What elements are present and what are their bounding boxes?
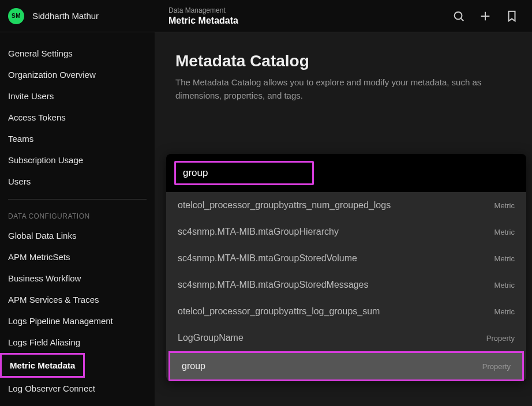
sidebar-item[interactable]: Global Data Links [0, 225, 84, 246]
topbar-user-section: SM Siddharth Mathur [0, 8, 162, 24]
result-name: group [182, 361, 205, 371]
search-panel: otelcol_processor_groupbyattrs_num_group… [166, 154, 526, 381]
top-bar: SM Siddharth Mathur Data Management Metr… [0, 0, 532, 32]
sidebar-item[interactable]: Subscription Usage [0, 149, 91, 171]
result-name: otelcol_processor_groupbyattrs_num_group… [178, 200, 391, 210]
result-type: Metric [494, 281, 515, 290]
result-name: sc4snmp.MTA-MIB.mtaGroupHierarchy [178, 227, 339, 237]
plus-icon[interactable] [479, 10, 492, 22]
search-result-row[interactable]: sc4snmp.MTA-MIB.mtaGroupHierarchyMetric [166, 219, 526, 245]
result-type: Metric [494, 228, 515, 236]
search-input-wrap [166, 154, 526, 192]
result-type: Property [486, 334, 515, 343]
search-result-row[interactable]: sc4snmp.MTA-MIB.mtaGroupStoredMessagesMe… [166, 272, 526, 298]
search-result-row[interactable]: otelcol_processor_groupbyattrs_log_group… [166, 298, 526, 325]
page-title: Metric Metadata [168, 16, 452, 26]
bookmark-icon[interactable] [505, 10, 518, 22]
sidebar-item[interactable]: APM MetricSets [0, 246, 78, 268]
result-name: sc4snmp.MTA-MIB.mtaGroupStoredMessages [178, 280, 368, 290]
sidebar-item[interactable]: Access Tokens [0, 107, 74, 128]
result-type: Metric [494, 307, 515, 316]
sidebar-item[interactable]: Logs Field Aliasing [0, 332, 88, 353]
sidebar-item[interactable]: Organization Overview [0, 64, 104, 85]
search-result-row[interactable]: sc4snmp.MTA-MIB.mtaGroupStoredVolumeMetr… [166, 245, 526, 272]
search-icon[interactable] [452, 10, 465, 22]
result-name: LogGroupName [178, 333, 243, 343]
result-name: sc4snmp.MTA-MIB.mtaGroupStoredVolume [178, 253, 357, 264]
sidebar-item[interactable]: Log Observer Connect [0, 378, 103, 399]
main-content: Metadata Catalog The Metadata Catalog al… [155, 32, 532, 406]
content-title: Metadata Catalog [175, 52, 511, 70]
username: Siddharth Mathur [32, 11, 99, 21]
sidebar-item[interactable]: Invite Users [0, 85, 62, 107]
svg-point-0 [455, 12, 462, 19]
topbar-actions [452, 10, 532, 22]
main-layout: General SettingsOrganization OverviewInv… [0, 32, 532, 406]
sidebar-item[interactable]: General Settings [0, 43, 81, 64]
content-description: The Metadata Catalog allows you to explo… [175, 76, 510, 102]
search-result-row[interactable]: LogGroupNameProperty [166, 325, 526, 351]
sidebar-item[interactable]: Users [0, 171, 39, 192]
sidebar-item[interactable]: Business Workflow [0, 268, 89, 289]
result-type: Metric [494, 201, 515, 210]
result-name: otelcol_processor_groupbyattrs_log_group… [178, 306, 380, 317]
sidebar: General SettingsOrganization OverviewInv… [0, 32, 155, 406]
sidebar-item[interactable]: Teams [0, 128, 42, 149]
result-type: Property [482, 362, 511, 371]
search-result-row[interactable]: otelcol_processor_groupbyattrs_num_group… [166, 192, 526, 219]
avatar[interactable]: SM [8, 8, 24, 24]
search-result-row[interactable]: groupProperty [168, 351, 524, 381]
topbar-title-section: Data Management Metric Metadata [162, 6, 452, 26]
search-input[interactable] [174, 161, 314, 185]
sidebar-item[interactable]: Metric Metadata [0, 353, 85, 378]
sidebar-item[interactable]: Logs Pipeline Management [0, 310, 121, 332]
sidebar-item[interactable]: APM Services & Traces [0, 289, 107, 310]
sidebar-divider [8, 199, 147, 200]
result-type: Metric [494, 254, 515, 263]
breadcrumb: Data Management [168, 6, 452, 14]
sidebar-section-label: DATA CONFIGURATION [0, 206, 155, 225]
svg-line-1 [461, 18, 463, 20]
search-results: otelcol_processor_groupbyattrs_num_group… [166, 192, 526, 381]
